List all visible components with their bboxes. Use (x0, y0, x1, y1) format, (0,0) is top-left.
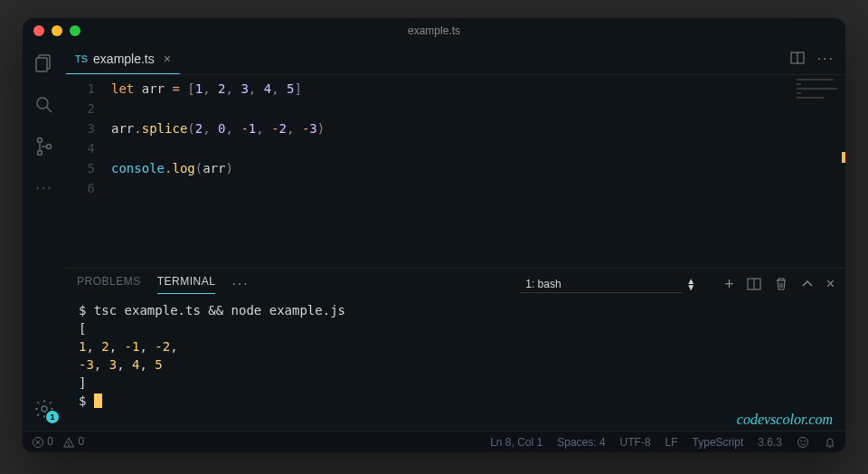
maximize-window-button[interactable] (70, 25, 80, 36)
status-cursor-position[interactable]: Ln 8, Col 1 (490, 436, 542, 449)
selector-chevrons-icon: ▲▼ (686, 278, 695, 290)
status-errors[interactable]: 0 (32, 435, 53, 449)
panel-more-icon[interactable]: ··· (231, 276, 249, 292)
editor-actions: ··· (790, 51, 845, 67)
status-eol[interactable]: LF (665, 436, 678, 449)
status-ts-version[interactable]: 3.6.3 (758, 436, 782, 449)
tab-filename: example.ts (93, 52, 155, 66)
svg-point-19 (805, 441, 806, 441)
gutter: 1 2 3 4 5 6 (66, 79, 111, 268)
window-title: example.ts (408, 24, 460, 37)
svg-point-4 (38, 138, 42, 143)
split-editor-icon[interactable] (790, 51, 805, 67)
tab-close-icon[interactable]: × (164, 52, 171, 66)
typescript-icon: TS (75, 53, 88, 64)
search-icon[interactable] (32, 92, 57, 118)
code-line-4[interactable] (111, 138, 845, 158)
close-window-button[interactable] (33, 25, 44, 36)
close-panel-icon[interactable]: × (826, 276, 835, 292)
code-line-1[interactable]: let arr = [1, 2, 3, 4, 5] (111, 79, 845, 99)
status-language[interactable]: TypeScript (693, 436, 744, 449)
settings-badge: 1 (46, 411, 59, 423)
svg-rect-1 (36, 58, 47, 71)
tab-problems[interactable]: PROBLEMS (77, 275, 141, 293)
svg-point-18 (801, 441, 802, 441)
tab-example-ts[interactable]: TS example.ts × (66, 43, 180, 74)
activity-bar: ··· 1 (23, 43, 66, 431)
svg-point-7 (42, 406, 47, 412)
terminal-line: ] (79, 374, 833, 392)
status-bar: 0 0 Ln 8, Col 1 Spaces: 4 UTF-8 LF TypeS… (23, 431, 845, 452)
tab-bar: TS example.ts × ··· (66, 43, 845, 75)
kill-terminal-icon[interactable] (774, 277, 788, 291)
terminal-selector[interactable]: 1: bash (520, 276, 683, 293)
explorer-icon[interactable] (32, 51, 57, 76)
source-control-icon[interactable] (32, 134, 57, 159)
bottom-panel: PROBLEMS TERMINAL ··· 1: bash ▲▼ + (66, 268, 845, 431)
terminal-line: [ (79, 319, 833, 337)
code-content[interactable]: let arr = [1, 2, 3, 4, 5] arr.splice(2, … (111, 79, 845, 268)
code-line-3[interactable]: arr.splice(2, 0, -1, -2, -3) (111, 118, 845, 138)
minimap[interactable] (797, 79, 842, 106)
terminal-line: 1, 2, -1, -2, (79, 337, 833, 356)
terminal-line: $ tsc example.ts && node example.js (79, 301, 833, 319)
svg-point-16 (69, 445, 70, 446)
cursor-icon (94, 393, 102, 408)
svg-point-6 (47, 145, 52, 149)
new-terminal-icon[interactable]: + (724, 275, 734, 294)
titlebar: example.ts (23, 18, 845, 43)
code-editor[interactable]: 1 2 3 4 5 6 let arr = [1, 2, 3, 4, 5] ar… (66, 75, 845, 268)
svg-line-3 (47, 108, 52, 112)
terminal-output[interactable]: $ tsc example.ts && node example.js [ 1,… (66, 299, 845, 431)
tab-terminal[interactable]: TERMINAL (157, 275, 216, 294)
main-area: ··· 1 TS example.ts × ··· (23, 43, 845, 431)
svg-point-2 (37, 98, 48, 109)
vscode-window: example.ts ··· 1 TS example. (23, 18, 845, 452)
terminal-prompt[interactable]: $ (79, 392, 833, 410)
code-line-5[interactable]: console.log(arr) (111, 158, 845, 178)
more-actions-icon[interactable]: ··· (817, 51, 835, 67)
status-indentation[interactable]: Spaces: 4 (557, 436, 605, 449)
split-terminal-icon[interactable] (747, 277, 761, 291)
panel-tab-bar: PROBLEMS TERMINAL ··· 1: bash ▲▼ + (66, 269, 845, 299)
overview-ruler (842, 75, 845, 268)
editor-area: TS example.ts × ··· 1 2 3 4 5 (66, 43, 845, 431)
settings-gear-icon[interactable]: 1 (32, 396, 57, 422)
svg-point-5 (38, 151, 42, 156)
code-line-2[interactable] (111, 99, 845, 118)
svg-point-17 (798, 437, 808, 447)
watermark: codevscolor.com (737, 411, 833, 429)
traffic-lights (33, 25, 80, 36)
code-line-6[interactable] (111, 178, 845, 198)
status-warnings[interactable]: 0 (62, 435, 84, 449)
maximize-panel-icon[interactable] (801, 278, 814, 290)
status-encoding[interactable]: UTF-8 (620, 436, 651, 449)
terminal-line: -3, 3, 4, 5 (79, 356, 833, 374)
more-icon[interactable]: ··· (32, 175, 57, 201)
feedback-icon[interactable] (797, 436, 809, 449)
notifications-icon[interactable] (824, 436, 836, 449)
minimize-window-button[interactable] (52, 25, 62, 36)
